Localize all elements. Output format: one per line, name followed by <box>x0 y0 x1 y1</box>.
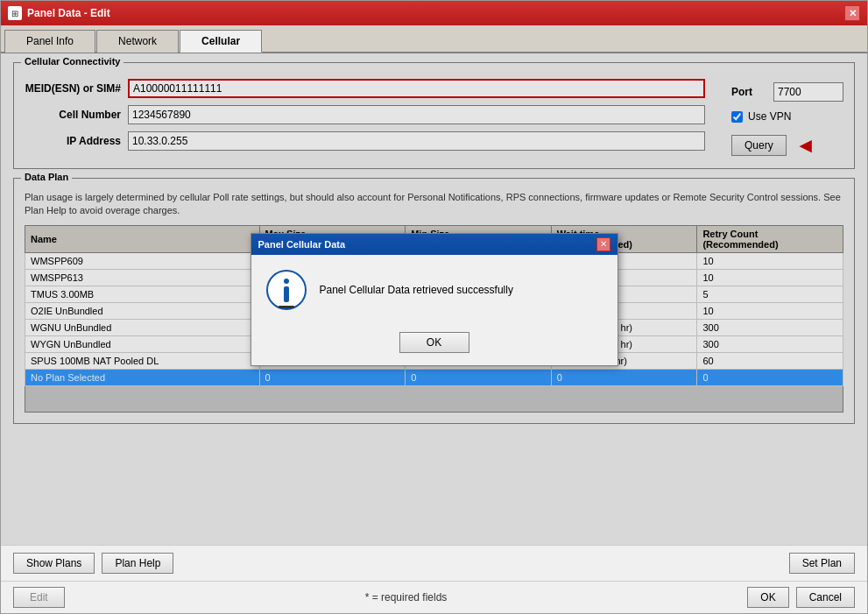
tab-network[interactable]: Network <box>96 30 179 53</box>
title-bar-left: ⊞ Panel Data - Edit <box>8 6 110 20</box>
window-close-button[interactable]: ✕ <box>844 5 860 21</box>
footer: Edit * = required fields OK Cancel <box>1 581 867 613</box>
footer-right-buttons: OK Cancel <box>747 587 855 608</box>
modal-title: Panel Cellular Data <box>258 239 346 250</box>
modal-close-button[interactable]: ✕ <box>596 237 610 251</box>
set-plan-button[interactable]: Set Plan <box>789 553 855 574</box>
tab-bar: Panel Info Network Cellular <box>1 25 867 53</box>
window-title: Panel Data - Edit <box>27 7 110 19</box>
bottom-left-buttons: Show Plans Plan Help <box>13 553 173 574</box>
tab-panel-info[interactable]: Panel Info <box>4 30 95 53</box>
main-window: ⊞ Panel Data - Edit ✕ Panel Info Network… <box>0 0 868 614</box>
modal-message: Panel Cellular Data retrieved successful… <box>320 284 603 296</box>
svg-rect-2 <box>284 286 289 302</box>
modal-dialog: Panel Cellular Data ✕ Panel Cellular Dat… <box>251 233 618 366</box>
svg-point-1 <box>284 279 289 284</box>
main-content: Cellular Connectivity MEID(ESN) or SIM# … <box>1 53 867 545</box>
required-fields-text: * = required fields <box>365 591 448 603</box>
modal-title-bar: Panel Cellular Data ✕ <box>251 234 617 255</box>
modal-ok-button[interactable]: OK <box>399 332 469 353</box>
title-bar: ⊞ Panel Data - Edit ✕ <box>1 1 867 25</box>
show-plans-button[interactable]: Show Plans <box>13 553 95 574</box>
svg-rect-3 <box>279 306 294 308</box>
tab-cellular[interactable]: Cellular <box>180 30 262 53</box>
cancel-button[interactable]: Cancel <box>796 587 855 608</box>
ok-button[interactable]: OK <box>747 587 788 608</box>
modal-overlay: Panel Cellular Data ✕ Panel Cellular Dat… <box>1 53 867 545</box>
modal-body: Panel Cellular Data retrieved successful… <box>251 255 617 325</box>
window-icon: ⊞ <box>8 6 22 20</box>
bottom-bar: Show Plans Plan Help Set Plan <box>1 545 867 581</box>
plan-help-button[interactable]: Plan Help <box>102 553 173 574</box>
modal-info-icon <box>265 269 307 311</box>
modal-footer: OK <box>251 325 617 365</box>
edit-button[interactable]: Edit <box>13 587 65 608</box>
